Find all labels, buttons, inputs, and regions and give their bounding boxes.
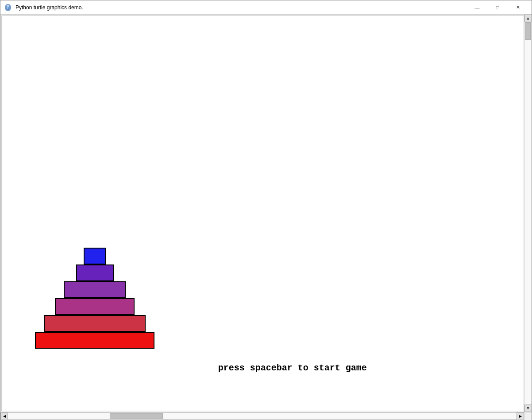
bottom-bar: ◀ ▶: [0, 412, 532, 420]
scroll-up-arrow[interactable]: ▲: [524, 15, 532, 22]
window-body: press spacebar to start game ▲ ▼: [0, 15, 532, 412]
pyramid-block: [55, 298, 135, 315]
scroll-track-horizontal[interactable]: [8, 413, 517, 420]
scroll-down-arrow[interactable]: ▼: [524, 404, 532, 412]
scroll-right-arrow[interactable]: ▶: [517, 412, 524, 420]
pyramid-block: [76, 264, 114, 281]
main-window: Python turtle graphics demo. — □ ✕ press…: [0, 0, 532, 420]
scroll-thumb-vertical[interactable]: [525, 22, 531, 40]
close-button[interactable]: ✕: [508, 0, 528, 15]
scrollbar-corner: [524, 412, 532, 420]
pyramid-block: [44, 315, 146, 332]
minimize-button[interactable]: —: [467, 0, 487, 15]
scroll-track-vertical[interactable]: [524, 22, 532, 404]
title-bar: Python turtle graphics demo. — □ ✕: [0, 0, 532, 15]
window-controls: — □ ✕: [467, 0, 528, 15]
start-text: press spacebar to start game: [218, 363, 367, 373]
pyramid-block: [35, 332, 154, 349]
scroll-thumb-horizontal[interactable]: [110, 413, 163, 419]
pyramid: [35, 248, 154, 349]
vertical-scrollbar[interactable]: ▲ ▼: [524, 15, 532, 412]
app-icon: [4, 4, 12, 12]
maximize-button[interactable]: □: [487, 0, 508, 15]
window-title: Python turtle graphics demo.: [15, 4, 467, 11]
turtle-canvas: press spacebar to start game: [1, 16, 524, 411]
horizontal-scrollbar[interactable]: ◀ ▶: [0, 412, 524, 420]
pyramid-block: [84, 248, 106, 264]
scroll-left-arrow[interactable]: ◀: [0, 412, 8, 420]
pyramid-block: [64, 281, 126, 298]
